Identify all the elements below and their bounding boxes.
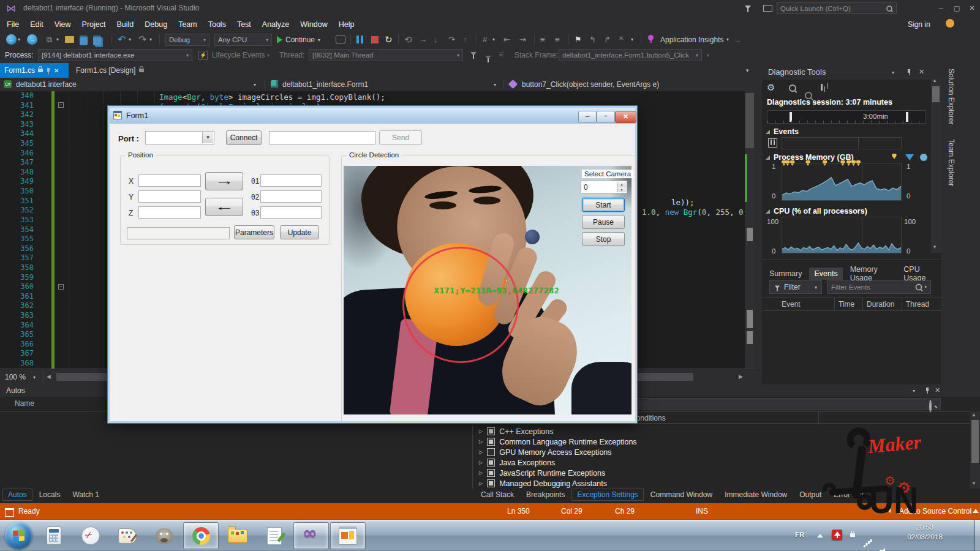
tray-clock[interactable]: 20:53 02/03/2018	[900, 523, 949, 541]
hex-display-icon[interactable]: #	[483, 35, 487, 44]
next-bookmark-icon[interactable]: ↱	[604, 35, 611, 44]
menu-view[interactable]: View	[49, 20, 77, 29]
memory-chart[interactable]	[782, 163, 902, 201]
exception-row[interactable]: ▷Common Language Runtime Exceptions	[473, 437, 970, 447]
exception-row[interactable]: ▷GPU Memory Access Exceptions	[473, 447, 970, 457]
hscroll-left-icon[interactable]: ◀	[47, 373, 51, 380]
reset-view-chart-icon[interactable]	[821, 84, 823, 91]
fold-collapse-icon[interactable]: −	[58, 102, 64, 108]
lifecycle-dropdown-icon[interactable]: ▾	[267, 53, 270, 58]
close-panel-icon[interactable]: ✕	[935, 386, 940, 394]
dock-tab-exception-settings[interactable]: Exception Settings	[571, 489, 643, 501]
new-dropdown-icon[interactable]: ▾	[56, 37, 59, 42]
show-desktop-button[interactable]	[974, 520, 980, 551]
start-button[interactable]: Start	[582, 198, 625, 212]
pause-button[interactable]: Pause	[582, 215, 625, 229]
maximize-button[interactable]: ▢	[949, 0, 964, 16]
connect-button[interactable]: Connect	[226, 130, 262, 145]
hscroll-right-icon[interactable]: ▶	[739, 373, 743, 380]
hot-reload-icon[interactable]: ⟲	[404, 34, 412, 45]
exception-checkbox[interactable]	[487, 479, 495, 487]
save-icon[interactable]	[80, 36, 88, 45]
status-textbox[interactable]	[127, 227, 230, 239]
process-dropdown[interactable]: [9144] deltabot1 interface.exe▾	[38, 49, 192, 61]
session-timeline[interactable]: 3:00min	[767, 110, 926, 124]
platform-dropdown[interactable]: Any CPU▾	[214, 34, 272, 46]
taskbar-visual-studio[interactable]	[293, 522, 329, 549]
cpu-chart[interactable]	[782, 217, 902, 253]
continue-button[interactable]: Continue ▾	[277, 34, 320, 46]
source-control-up-icon[interactable]	[973, 509, 979, 513]
open-file-icon[interactable]	[65, 36, 74, 43]
lifecycle-events-button[interactable]: Lifecycle Events	[212, 51, 265, 59]
exception-row[interactable]: ▷Java Exceptions	[473, 457, 970, 468]
uncomment-lines-icon[interactable]: ≡	[555, 35, 560, 44]
form-close-button[interactable]: ✕	[615, 111, 636, 123]
navigate-forward-icon[interactable]: →	[27, 34, 37, 45]
theta2-input[interactable]	[260, 190, 322, 203]
tab-form1-cs-design[interactable]: Form1.cs [Design]	[71, 63, 149, 78]
expand-arrow-icon[interactable]: ▷	[479, 470, 483, 476]
exception-row[interactable]: ▷Managed Debugging Assistants	[473, 478, 970, 489]
dock-tab-locals[interactable]: Locals	[34, 489, 66, 501]
dropdown-arrow-icon[interactable]: ▼	[202, 132, 213, 143]
redo-dropdown-icon[interactable]: ▾	[149, 37, 152, 42]
application-insights-button[interactable]: Application Insights	[660, 36, 723, 44]
step-over-icon[interactable]: ↷	[448, 35, 455, 44]
pin-icon[interactable]	[46, 68, 51, 73]
breadcrumb-method[interactable]: button7_Click(object sender, EventArgs e…	[522, 80, 659, 89]
diag-tab-summary[interactable]: Summary	[764, 268, 807, 280]
save-all-icon[interactable]	[93, 36, 101, 45]
form-title-bar[interactable]: Form1 – ▫ ✕	[110, 108, 635, 124]
redo-icon[interactable]: ↷	[138, 34, 146, 45]
close-panel-icon[interactable]: ✕	[919, 68, 924, 76]
exception-checkbox[interactable]	[487, 459, 495, 467]
show-next-statement-icon[interactable]: →	[419, 35, 427, 44]
minimize-button[interactable]: –	[933, 0, 948, 16]
update-button[interactable]: Update	[280, 225, 319, 239]
sign-in-link[interactable]: Sign in	[908, 20, 930, 29]
taskbar-gimp[interactable]	[146, 522, 182, 549]
close-tab-icon[interactable]: ✕	[54, 67, 59, 74]
side-tab-team-explorer[interactable]: Team Explorer	[942, 137, 957, 189]
diagnostics-scrollbar[interactable]: ▲ ▼	[931, 78, 941, 253]
theta3-input[interactable]	[260, 206, 322, 219]
zoom-in-icon[interactable]	[789, 84, 796, 92]
exception-checkbox[interactable]	[487, 427, 495, 435]
menu-debug[interactable]: Debug	[139, 20, 173, 29]
camera-index-spinner[interactable]: 0 ▲ ▼	[581, 181, 627, 193]
menu-window[interactable]: Window	[295, 20, 333, 29]
taskbar-file-explorer[interactable]	[220, 522, 255, 549]
menu-file[interactable]: File	[1, 20, 24, 29]
dock-tab-command-window[interactable]: Command Window	[645, 489, 718, 501]
previous-bookmark-icon[interactable]: ↰	[589, 35, 596, 44]
undo-dropdown-icon[interactable]: ▾	[129, 37, 131, 42]
tray-language[interactable]: FR	[795, 531, 804, 538]
taskbar-notepad[interactable]	[257, 522, 292, 549]
insights-dropdown-icon[interactable]: ▾	[726, 37, 729, 42]
scroll-up-icon[interactable]: ▲	[932, 78, 937, 83]
clear-bookmarks-icon[interactable]: ✕	[619, 35, 624, 42]
column-header-thread[interactable]: Thread	[902, 298, 938, 310]
taskbar-paint[interactable]	[110, 522, 145, 549]
stop-debugging-icon[interactable]	[371, 36, 379, 43]
side-tab-solution-explorer[interactable]: Solution Explorer	[942, 66, 957, 127]
scroll-up-icon[interactable]: ▲	[971, 412, 976, 418]
exception-scrollbar[interactable]: ▲ ▼	[970, 411, 980, 489]
parameters-button[interactable]: Parameters	[234, 225, 274, 239]
navigate-back-icon[interactable]: ←	[6, 34, 17, 45]
filter-threads-icon[interactable]	[470, 52, 477, 56]
editor-vertical-scrollbar[interactable]	[745, 91, 755, 369]
scrollbar-thumb[interactable]	[932, 86, 940, 102]
dock-tab-output[interactable]: Output	[794, 489, 827, 501]
menu-test[interactable]: Test	[232, 20, 257, 29]
increase-indent-icon[interactable]: ⇥	[519, 35, 526, 44]
add-to-source-control-button[interactable]: Add to Source Control	[899, 507, 971, 515]
dock-tab-watch-1[interactable]: Watch 1	[67, 489, 105, 501]
document-well-dropdown-icon[interactable]: ▾	[746, 67, 749, 73]
step-out-icon[interactable]: ↑	[463, 35, 467, 44]
form-maximize-button[interactable]: ▫	[597, 111, 615, 123]
step-into-icon[interactable]: ↓	[434, 35, 438, 44]
exception-row[interactable]: ▷C++ Exceptions	[473, 426, 970, 437]
user-avatar-icon[interactable]	[946, 19, 954, 28]
